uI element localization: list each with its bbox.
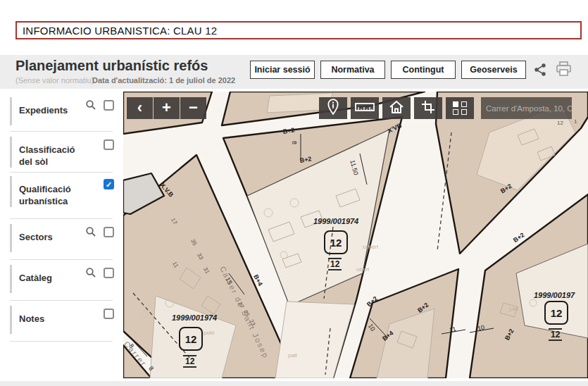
zoom-in-button[interactable]: + xyxy=(154,97,180,119)
divider xyxy=(10,259,113,260)
map-viewport[interactable]: B+2B+2X'VBX.V.BB+4B+2B+2B+2B+2B+4B+2811.… xyxy=(123,92,588,378)
login-button[interactable]: Iniciar sessió xyxy=(250,61,315,79)
page-subtitle: (Sense valor normatiu) xyxy=(15,76,94,85)
sidebar-item-sectors[interactable]: Sectors xyxy=(10,224,115,252)
cataleg-checkbox[interactable] xyxy=(104,268,114,278)
sidebar-item-label: Notes xyxy=(19,309,44,325)
measure-button[interactable] xyxy=(351,97,379,119)
qualificacio-checkbox[interactable] xyxy=(104,179,114,189)
share-icon[interactable] xyxy=(533,63,547,80)
divider xyxy=(10,172,113,173)
extent-button[interactable] xyxy=(414,97,442,119)
info-banner-text: INFORMACIO URBANISTICA: CLAU 12 xyxy=(23,25,217,37)
basemap-grid-icon xyxy=(453,101,468,115)
divider xyxy=(10,300,113,301)
zoom-out-button[interactable]: − xyxy=(180,97,206,119)
home-button[interactable] xyxy=(382,97,411,119)
divider xyxy=(10,131,113,132)
divider xyxy=(10,341,113,342)
update-date: Data d'actualització: 1 de juliol de 202… xyxy=(92,76,235,85)
home-icon xyxy=(389,100,404,117)
sidebar-item-cataleg[interactable]: Catàleg xyxy=(10,265,115,293)
sidebar-item-notes[interactable]: Notes xyxy=(10,306,115,334)
normativa-button[interactable]: Normativa xyxy=(320,61,385,79)
map-canvas[interactable] xyxy=(123,92,588,378)
search-icon[interactable] xyxy=(85,267,96,281)
header: Planejament urbanístic refós (Sense valo… xyxy=(0,55,588,89)
sectors-checkbox[interactable] xyxy=(104,227,114,237)
sidebar-item-label: Classificació del sòl xyxy=(19,139,86,168)
info-banner: INFORMACIO URBANISTICA: CLAU 12 xyxy=(15,21,582,39)
sidebar-item-label: Catàleg xyxy=(19,268,52,284)
sidebar-item-classificacio[interactable]: Classificació del sòl xyxy=(10,137,115,168)
contingut-button[interactable]: Contingut xyxy=(391,61,456,79)
address-search-box[interactable]: Carrer d'Amposta, 10, Ca xyxy=(481,97,572,119)
divider xyxy=(10,218,113,219)
extent-icon xyxy=(421,100,435,117)
print-icon[interactable] xyxy=(556,61,572,80)
layers-sidebar: Expedients Classificació del sòl Qualifi… xyxy=(7,92,118,373)
sidebar-item-label: Qualificació urbanística xyxy=(19,179,86,207)
basemap-grid-button[interactable] xyxy=(446,97,474,119)
page: INFORMACIO URBANISTICA: CLAU 12 Planejam… xyxy=(0,0,588,386)
search-icon[interactable] xyxy=(85,226,96,240)
classificacio-checkbox[interactable] xyxy=(104,139,114,150)
geoserveis-button[interactable]: Geoserveis xyxy=(461,61,526,79)
notes-checkbox[interactable] xyxy=(104,309,114,319)
back-button[interactable]: ‹ xyxy=(127,97,153,119)
search-icon[interactable] xyxy=(85,99,96,113)
sidebar-item-label: Expedients xyxy=(19,100,68,116)
locate-info-icon xyxy=(326,98,340,119)
sidebar-item-qualificacio[interactable]: Qualificació urbanística xyxy=(10,176,115,207)
bottom-strip xyxy=(0,381,588,386)
expedients-checkbox[interactable] xyxy=(104,100,114,111)
sidebar-item-expedients[interactable]: Expedients xyxy=(10,97,115,125)
measure-icon xyxy=(355,101,375,116)
locate-info-button[interactable] xyxy=(319,97,347,119)
page-title: Planejament urbanístic refós xyxy=(15,58,208,74)
sidebar-item-label: Sectors xyxy=(19,227,53,243)
